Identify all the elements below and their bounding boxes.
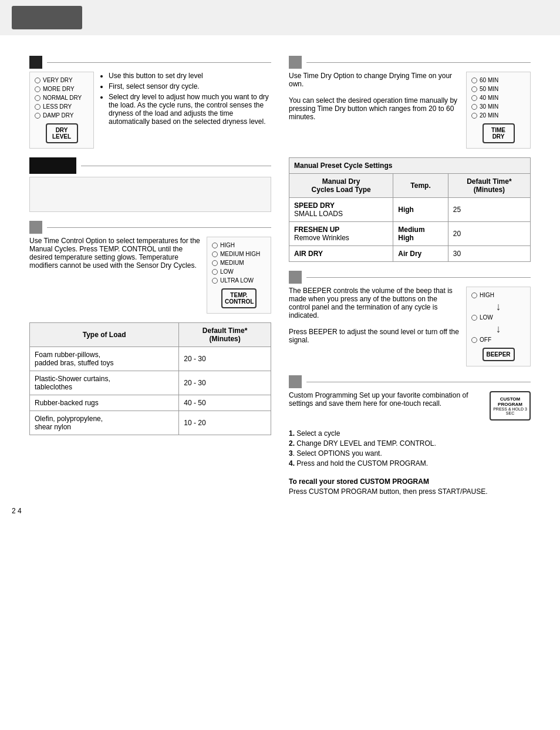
custom-steps: 1. Select a cycle 2. Change DRY LEVEL an… [289, 429, 531, 496]
load-type-4: Olefin, polypropylene,shear nylon [30, 411, 179, 435]
temp-control-button[interactable]: TEMP.CONTROL [221, 288, 257, 308]
radio-more-dry: MORE DRY [35, 86, 89, 92]
radio-label-ultra-low: ULTRA LOW [220, 277, 254, 284]
temp-section-header [29, 221, 271, 234]
radio-label-less-dry: LESS DRY [43, 103, 72, 110]
preset-cycle-2: FRESHEN UPRemove Wrinkles [289, 222, 393, 246]
radio-less-dry: LESS DRY [35, 103, 89, 110]
time-dry-description: Use Time Dry Option to change Drying Tim… [289, 72, 460, 149]
preset-time-1: 25 [448, 198, 530, 222]
col-header-cycle-type: Manual DryCycles Load Type [289, 174, 393, 198]
section-divider-2 [81, 166, 271, 166]
default-time-4: 10 - 20 [179, 411, 271, 435]
beeper-description: The BEEPER controls the volume of the be… [289, 287, 460, 366]
radio-50min: 50 MIN [471, 86, 525, 92]
radio-circle-low [212, 269, 218, 275]
custom-line1: Custom Programming Set up your favorite … [289, 391, 484, 408]
table-row: Foam rubber-pillows,padded bras, stuffed… [30, 347, 271, 371]
radio-beeper-low: LOW [471, 314, 525, 321]
beeper-line1: The BEEPER controls the volume of the be… [289, 287, 460, 319]
radio-label-normal-dry: NORMAL DRY [43, 95, 82, 101]
radio-circle-high [212, 243, 218, 248]
radio-beeper-off: OFF [471, 337, 525, 343]
col-header-default-time: Default Time*(Minutes) [179, 323, 271, 347]
default-time-1: 20 - 30 [179, 347, 271, 371]
dry-level-section: VERY DRY MORE DRY NORMAL DRY LESS DRY [29, 72, 271, 149]
load-type-1: Foam rubber-pillows,padded bras, stuffed… [30, 347, 179, 371]
image-section-header [29, 157, 271, 174]
load-type-3: Rubber-backed rugs [30, 395, 179, 411]
preset-table-title: Manual Preset Cycle Settings [289, 158, 531, 174]
preset-temp-2: MediumHigh [393, 222, 448, 246]
custom-program-button[interactable]: CUSTOMPROGRAMPRESS & HOLD 3 SEC [490, 391, 531, 420]
col-header-temp: Temp. [393, 174, 448, 198]
table-row: AIR DRY Air Dry 30 [289, 246, 531, 262]
temp-control-description: Use Time Control Option to select temper… [29, 237, 201, 314]
time-dry-panel: 60 MIN 50 MIN 40 MIN 30 MIN [466, 72, 531, 149]
beeper-section: The BEEPER controls the volume of the be… [289, 287, 531, 366]
radio-label-medium: MEDIUM [220, 260, 244, 266]
section-divider-3 [47, 227, 271, 228]
load-type-2: Plastic-Shower curtains,tableclothes [30, 371, 179, 395]
load-type-table: Type of Load Default Time*(Minutes) Foam… [29, 322, 271, 435]
preset-time-2: 20 [448, 222, 530, 246]
table-row: FRESHEN UPRemove Wrinkles MediumHigh 20 [289, 222, 531, 246]
temp-control-panel: HIGH MEDIUM HIGH MEDIUM LOW [207, 237, 271, 314]
radio-circle-50min [471, 86, 477, 92]
radio-high: HIGH [212, 242, 266, 248]
time-dry-line2: You can select the desired operation tim… [289, 96, 460, 121]
radio-label-beeper-off: OFF [480, 337, 491, 343]
radio-label-high: HIGH [220, 242, 235, 248]
radio-label-low: LOW [220, 268, 234, 275]
page-number: 2 4 [12, 507, 22, 515]
radio-ultra-low: ULTRA LOW [212, 277, 266, 284]
radio-label-more-dry: MORE DRY [43, 86, 75, 92]
time-dry-section-header [289, 56, 531, 69]
radio-label-medium-high: MEDIUM HIGH [220, 251, 260, 257]
step-4: 4. Press and hold the CUSTOM PROGRAM. [289, 459, 531, 467]
radio-label-damp-dry: DAMP DRY [43, 112, 73, 119]
recall-heading: To recall your stored CUSTOM PROGRAM [289, 477, 531, 486]
manual-preset-table-container: Manual Preset Cycle Settings Manual DryC… [289, 157, 531, 262]
table-row: Rubber-backed rugs 40 - 50 [30, 395, 271, 411]
dry-level-bullet-1: Use this button to set dry level [109, 72, 271, 80]
table-row: SPEED DRYSMALL LOADS High 25 [289, 198, 531, 222]
time-dry-button[interactable]: TIMEDRY [483, 123, 515, 143]
preset-temp-3: Air Dry [393, 246, 448, 262]
radio-low: LOW [212, 268, 266, 275]
radio-label-beeper-high: HIGH [480, 292, 494, 298]
beeper-section-box [289, 271, 302, 284]
time-dry-line1: Use Time Dry Option to change Drying Tim… [289, 72, 460, 88]
step-3: 3. Select OPTIONS you want. [289, 449, 531, 457]
radio-circle-40min [471, 95, 477, 101]
radio-circle-beeper-high [471, 292, 477, 298]
custom-section-header [289, 375, 531, 388]
table-row: Plastic-Shower curtains,tableclothes 20 … [30, 371, 271, 395]
radio-circle-more-dry [35, 86, 41, 92]
radio-circle-30min [471, 104, 477, 110]
dry-level-description: Use this button to set dry level First, … [100, 72, 271, 149]
radio-40min: 40 MIN [471, 95, 525, 101]
section-divider-6 [306, 382, 531, 382]
beeper-indicator-low: ↓ [471, 323, 525, 335]
radio-circle-beeper-off [471, 337, 477, 343]
temp-control-section: Use Time Control Option to select temper… [29, 237, 271, 314]
dry-level-icon-box [29, 56, 42, 69]
step-1: 1. Select a cycle [289, 429, 531, 438]
radio-circle-normal-dry [35, 95, 41, 101]
radio-label-20min: 20 MIN [480, 112, 498, 119]
beeper-indicator-high: ↓ [471, 301, 525, 313]
dry-level-bullet-2: First, select sensor dry cycle. [109, 82, 271, 90]
radio-circle-very-dry [35, 78, 41, 83]
radio-circle-60min [471, 78, 477, 83]
radio-label-50min: 50 MIN [480, 86, 498, 92]
beeper-line2: Press BEEPER to adjust the sound level o… [289, 328, 460, 344]
header-box [12, 6, 82, 29]
beeper-button[interactable]: BEEPER [483, 348, 515, 361]
radio-beeper-high: HIGH [471, 292, 525, 298]
dry-level-button[interactable]: DRYLEVEL [46, 123, 78, 143]
step-2: 2. Change DRY LEVEL and TEMP. CONTROL. [289, 439, 531, 448]
radio-label-40min: 40 MIN [480, 95, 498, 101]
radio-normal-dry: NORMAL DRY [35, 95, 89, 101]
left-column: VERY DRY MORE DRY NORMAL DRY LESS DRY [29, 47, 280, 497]
